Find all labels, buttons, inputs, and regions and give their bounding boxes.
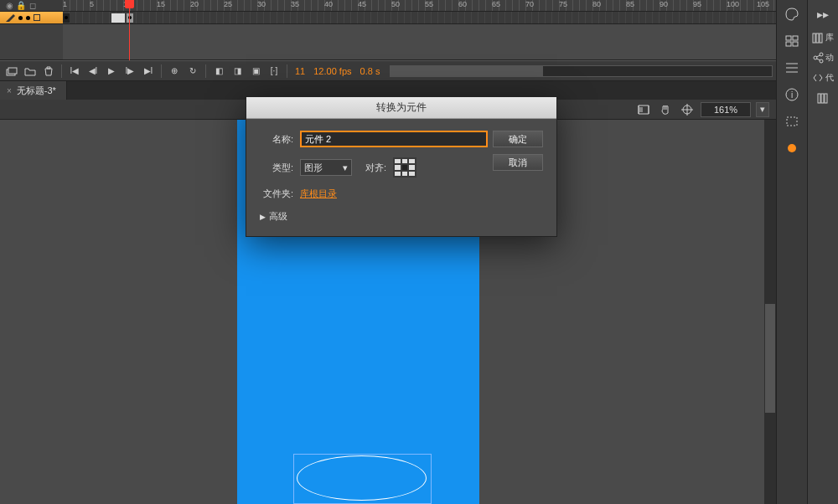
keyframe[interactable]	[63, 13, 70, 23]
goto-first-icon[interactable]: I◀	[66, 64, 83, 79]
share-icon	[812, 52, 824, 64]
registration-grid[interactable]	[393, 157, 416, 177]
timeline-controls: I◀ ◀I ▶ I▶ ▶I ⊕ ↻ ◧ ◨ ▣ [·] 11 12.00 fps…	[0, 60, 776, 81]
fps-value[interactable]: 12.00 fps	[310, 66, 354, 76]
svg-rect-19	[825, 94, 827, 103]
tick: 5	[90, 0, 94, 8]
svg-rect-5	[786, 42, 791, 46]
lock-dot[interactable]	[26, 16, 30, 20]
svg-rect-9	[787, 117, 797, 126]
dialog-title: 转换为元件	[246, 97, 556, 119]
panel-menu-icon[interactable]: ▸▸	[814, 5, 832, 23]
hand-icon[interactable]	[657, 102, 674, 117]
advanced-toggle[interactable]: ▶ 高级	[260, 210, 543, 223]
tick: 35	[291, 0, 299, 8]
zoom-value[interactable]: 161%	[701, 102, 751, 117]
tick: 65	[492, 0, 500, 8]
lock-icon[interactable]: 🔒	[17, 2, 25, 10]
zoom-dropdown-icon[interactable]: ▾	[756, 102, 769, 117]
eye-icon[interactable]: ◉	[5, 2, 13, 10]
ok-button[interactable]: 确定	[493, 131, 543, 147]
delete-layer-icon[interactable]	[40, 64, 57, 79]
clip-icon[interactable]	[635, 102, 652, 117]
step-back-icon[interactable]: ◀I	[85, 64, 101, 79]
align-label: 对齐:	[365, 162, 386, 174]
svg-rect-6	[793, 42, 798, 46]
svg-rect-13	[820, 33, 822, 43]
step-fwd-icon[interactable]: I▶	[122, 64, 138, 79]
code-panel-tab[interactable]: 代	[812, 72, 834, 84]
tick: 1	[63, 0, 67, 8]
svg-rect-12	[816, 33, 819, 43]
close-tab-icon[interactable]: ×	[7, 86, 12, 95]
timeline-ruler[interactable]: ◉ 🔒 ◻ 1 5 10 15 20 25 30 35 40 45 50 55 …	[0, 0, 776, 12]
play-icon[interactable]: ▶	[103, 64, 120, 79]
palette-icon[interactable]	[783, 5, 801, 23]
goto-last-icon[interactable]: ▶I	[140, 64, 157, 79]
folder-link[interactable]: 库根目录	[300, 188, 337, 200]
visibility-dot[interactable]	[18, 16, 23, 20]
tick: 20	[190, 0, 199, 8]
chevron-down-icon: ▾	[343, 162, 348, 173]
svg-rect-18	[821, 94, 824, 103]
code-icon	[812, 72, 824, 84]
books-icon	[817, 92, 829, 104]
document-tab[interactable]: × 无标题-3*	[0, 81, 67, 100]
svg-rect-4	[793, 36, 798, 40]
tick: 45	[358, 0, 366, 8]
marker-icon[interactable]: [·]	[266, 64, 282, 79]
svg-text:i: i	[791, 90, 793, 100]
keyframe[interactable]	[127, 13, 133, 23]
center-frame-icon[interactable]: ⊕	[166, 64, 183, 79]
align-icon[interactable]	[783, 59, 801, 77]
tick: 60	[458, 0, 467, 8]
convert-to-symbol-dialog: 转换为元件 确定 取消 名称: 类型: 图形 ▾ 对齐: 文件夹: 库根目录 ▶…	[246, 96, 557, 237]
brush-icon[interactable]	[783, 139, 801, 157]
svg-rect-17	[818, 94, 820, 103]
ruler-head: ◉ 🔒 ◻	[0, 0, 63, 11]
current-frame[interactable]: 11	[292, 66, 308, 76]
timeline-track[interactable]	[0, 12, 776, 24]
swatches-icon[interactable]	[783, 32, 801, 50]
tick: 55	[425, 0, 433, 8]
info-icon[interactable]: i	[783, 85, 801, 104]
anim-panel-tab[interactable]: 动	[812, 52, 834, 64]
edit-multiple-icon[interactable]: ▣	[247, 64, 264, 79]
svg-rect-11	[813, 33, 815, 43]
timeline-empty-area	[0, 24, 776, 60]
tick: 105	[757, 0, 769, 8]
keyframe-span[interactable]	[111, 13, 125, 23]
timeline-scrollbar[interactable]	[390, 65, 773, 77]
type-select[interactable]: 图形 ▾	[300, 159, 352, 176]
tick: 80	[592, 0, 601, 8]
stage-v-scrollbar[interactable]	[764, 120, 776, 504]
loop-icon[interactable]: ↻	[184, 64, 201, 79]
selection-box[interactable]	[293, 454, 432, 504]
playhead[interactable]	[129, 0, 130, 60]
svg-rect-1	[8, 68, 17, 74]
onion-skin-icon[interactable]: ◧	[210, 64, 227, 79]
new-layer-icon[interactable]	[3, 64, 20, 79]
cancel-button[interactable]: 取消	[493, 154, 543, 171]
center-stage-icon[interactable]	[679, 102, 696, 117]
components-panel-tab[interactable]	[817, 92, 829, 104]
svg-point-10	[788, 144, 796, 152]
onion-outline-icon[interactable]: ◨	[229, 64, 246, 79]
library-panel-tab[interactable]: 库	[812, 32, 834, 44]
symbol-name-input[interactable]	[300, 131, 488, 147]
folder-label: 文件夹:	[260, 188, 293, 200]
track-header[interactable]	[0, 12, 63, 23]
outline-icon[interactable]: ◻	[28, 2, 37, 10]
name-label: 名称:	[260, 133, 293, 146]
track-frames[interactable]	[63, 12, 776, 23]
svg-rect-3	[786, 36, 791, 40]
outline-box[interactable]	[34, 14, 40, 21]
transform-icon[interactable]	[783, 112, 801, 131]
elapsed-time: 0.8 s	[357, 66, 384, 76]
triangle-right-icon: ▶	[260, 213, 266, 221]
tick: 100	[727, 0, 739, 8]
tick: 75	[559, 0, 567, 8]
new-folder-icon[interactable]	[22, 64, 39, 79]
type-label: 类型:	[260, 162, 293, 174]
ruler-ticks[interactable]: 1 5 10 15 20 25 30 35 40 45 50 55 60 65 …	[63, 0, 776, 11]
